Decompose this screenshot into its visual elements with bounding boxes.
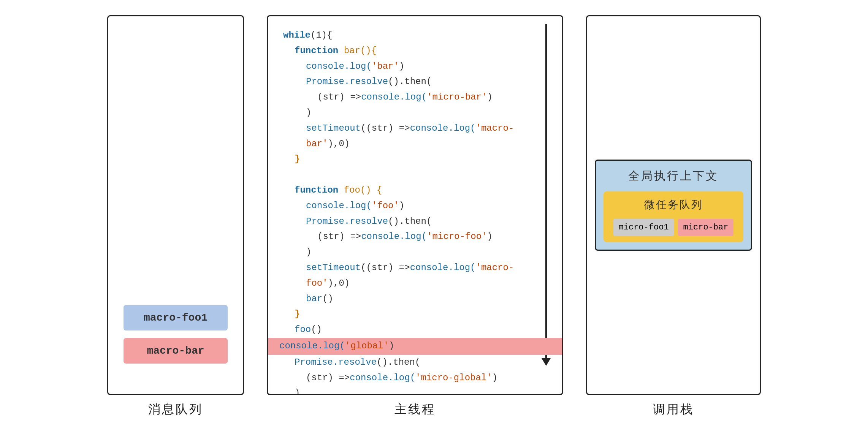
micro-foo-label: micro-foo1 [619, 223, 669, 232]
bar-brace-close: } [283, 152, 547, 167]
call-stack-title: 调用栈 [653, 401, 694, 418]
global-micro-line: (str) =>console.log('micro-global') [283, 370, 547, 386]
function-kw-bar: function [295, 46, 338, 56]
bar-micro-line: (str) =>console.log('micro-bar') [283, 90, 547, 105]
function-bar-line: function bar(){ [283, 43, 547, 59]
micro-bar-label: micro-bar [683, 223, 729, 232]
function-foo-line: function foo() { [283, 183, 547, 198]
while-keyword: while [283, 30, 310, 40]
foo-micro-line: (str) =>console.log('micro-foo') [283, 229, 547, 245]
message-queue-title: 消息队列 [148, 401, 203, 418]
bar-then-close: ) [283, 105, 547, 121]
macro-bar-label: macro-bar [147, 345, 204, 357]
bar-call-line: bar() [283, 291, 547, 307]
foo-promise-line: Promise.resolve().then( [283, 214, 547, 229]
call-stack-inner: 全局执行上下文 微任务队列 micro-foo1 micro-bar [595, 160, 752, 251]
foo-settimeout-line: setTimeout((str) =>console.log('macro-fo… [283, 260, 547, 291]
global-log-line: ➤ console.log('global') [268, 338, 562, 355]
code-block: while(1){ function bar(){ console.log('b… [283, 28, 547, 395]
global-context-title: 全局执行上下文 [628, 168, 719, 184]
function-kw-foo: function [295, 185, 338, 195]
micro-bar-item: micro-bar [678, 219, 734, 236]
microtask-items-list: micro-foo1 micro-bar [613, 219, 734, 236]
foo-then-close: ) [283, 245, 547, 260]
global-promise-line: Promise.resolve().then( [283, 355, 547, 370]
foo-call-line: foo() [283, 322, 547, 338]
bar-settimeout-line: setTimeout((str) =>console.log('macro-ba… [283, 121, 547, 152]
foo-fn-name: foo() { [344, 185, 382, 195]
macro-bar-item: macro-bar [124, 338, 228, 364]
bar-promise-line: Promise.resolve().then( [283, 74, 547, 90]
message-queue-panel: macro-foo1 macro-bar [107, 15, 244, 395]
micro-foo-item: micro-foo1 [613, 219, 674, 236]
macro-foo-item: macro-foo1 [124, 305, 228, 330]
while-line: while(1){ [283, 28, 547, 43]
macro-foo-label: macro-foo1 [144, 312, 207, 324]
global-then-close: ) [283, 386, 547, 395]
call-stack-panel: 全局执行上下文 微任务队列 micro-foo1 micro-bar [586, 15, 761, 395]
main-thread-title: 主线程 [394, 401, 436, 418]
foo-brace-close: } [283, 307, 547, 322]
blank-1 [283, 167, 547, 183]
microtask-queue-box: 微任务队列 micro-foo1 micro-bar [603, 191, 743, 242]
bar-promise-text: Promise. [306, 76, 350, 87]
bar-fn-name: bar(){ [344, 46, 377, 56]
bar-log-line: console.log('bar') [283, 59, 547, 74]
foo-log-line: console.log('foo') [283, 198, 547, 214]
main-thread-panel: while(1){ function bar(){ console.log('b… [267, 15, 563, 395]
microtask-queue-title: 微任务队列 [644, 198, 703, 212]
bar-console: console. [306, 61, 350, 71]
